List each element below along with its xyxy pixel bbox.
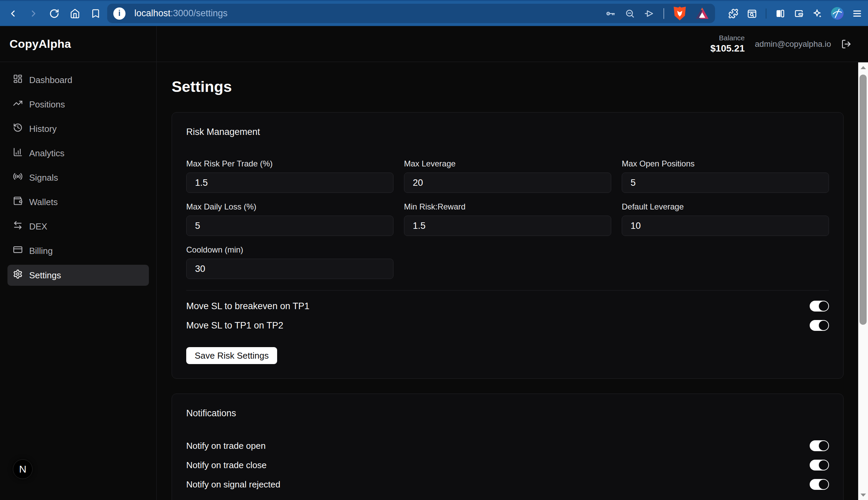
sidebar-item-label: Settings [29,270,61,281]
toolbar-divider [766,9,767,19]
back-icon[interactable] [8,9,18,19]
brave-shield-icon[interactable] [673,7,686,21]
reload-icon[interactable] [49,9,59,19]
sidebar-item-positions[interactable]: Positions [8,94,149,115]
site-info-icon[interactable]: i [113,8,125,20]
address-bar[interactable]: i localhost:3000/settings [107,4,715,23]
card-heading: Risk Management [186,127,829,137]
history-icon [13,123,23,135]
card-heading: Notifications [186,408,829,419]
sidebar-item-label: Wallets [29,197,58,207]
notifications-card: Notifications Notify on trade open Notif… [171,394,844,500]
sidebar-item-label: DEX [29,221,47,232]
radio-icon [13,171,23,184]
save-risk-settings-button[interactable]: Save Risk Settings [186,347,277,364]
max-daily-loss-input[interactable] [186,216,393,236]
field-min-risk-reward: Min Risk:Reward [404,202,611,236]
bat-rewards-icon[interactable] [695,7,709,20]
sidebar-item-label: Signals [29,172,58,183]
browser-wallet-icon[interactable] [794,9,804,19]
key-icon[interactable] [605,9,616,19]
bar-chart-icon [13,147,23,159]
field-max-risk-per-trade: Max Risk Per Trade (%) [186,159,393,193]
search-window-icon[interactable] [747,9,757,19]
profile-avatar[interactable] [831,7,844,20]
toggle-row-notify-rejected: Notify on signal rejected [186,479,829,490]
sidebar-item-dashboard[interactable]: Dashboard [8,69,149,91]
wallet-icon [13,196,23,208]
toolbar-extensions [728,7,862,20]
toggle-row-tp1-tp2: Move SL to TP1 on TP2 [186,320,829,331]
risk-management-card: Risk Management Max Risk Per Trade (%) M… [171,112,844,379]
sidebar: CopyAlpha Dashboard Positions History An… [0,26,157,500]
brand-logo: CopyAlpha [0,26,156,62]
sidebar-item-analytics[interactable]: Analytics [8,143,149,164]
move-sl-tp1-toggle[interactable] [810,320,829,331]
main-area: Balance $105.21 admin@copyalpha.io Setti… [157,26,868,500]
dashboard-icon [13,74,23,86]
sidebar-item-label: Billing [29,246,53,256]
trending-up-icon [13,98,23,111]
nextjs-dev-badge[interactable]: N [13,459,33,479]
sidebar-item-label: Dashboard [29,75,72,86]
sidebar-item-billing[interactable]: Billing [8,240,149,261]
sidebar-item-history[interactable]: History [8,118,149,139]
app-root: CopyAlpha Dashboard Positions History An… [0,26,868,500]
leo-ai-sparkles-icon[interactable] [812,9,823,19]
max-risk-per-trade-input[interactable] [186,172,393,193]
swap-arrows-icon [13,220,23,232]
toggle-row-notify-open: Notify on trade open [186,440,829,451]
default-leverage-input[interactable] [622,216,829,236]
extensions-puzzle-icon[interactable] [728,9,738,19]
card-divider [186,290,829,291]
sidebar-item-settings[interactable]: Settings [8,265,149,286]
toggle-row-notify-close: Notify on trade close [186,460,829,470]
zoom-out-icon[interactable] [625,9,635,19]
send-icon[interactable] [644,9,654,19]
bookmark-icon[interactable] [91,9,101,19]
scroll-down-arrow[interactable] [858,490,868,499]
notify-signal-rejected-toggle[interactable] [810,479,829,490]
toggle-row-breakeven-tp1: Move SL to breakeven on TP1 [186,301,829,311]
menu-icon[interactable] [852,9,862,19]
credit-card-icon [13,245,23,257]
move-sl-breakeven-toggle[interactable] [810,301,829,311]
balance-value: $105.21 [710,43,745,54]
logout-icon[interactable] [841,39,852,49]
gear-icon [13,269,23,281]
field-default-leverage: Default Leverage [622,202,829,236]
sidebar-item-wallets[interactable]: Wallets [8,192,149,213]
scrollbar-thumb[interactable] [859,75,867,325]
sidebar-item-dex[interactable]: DEX [8,216,149,237]
sidebar-item-label: Positions [29,99,65,110]
balance-block: Balance $105.21 [710,34,745,54]
browser-window: i localhost:3000/settings [0,0,868,500]
field-max-daily-loss: Max Daily Loss (%) [186,202,393,236]
forward-icon[interactable] [29,9,39,19]
page-content: Settings Risk Management Max Risk Per Tr… [157,62,868,500]
toolbar-nav-buttons [6,9,101,19]
notify-trade-open-toggle[interactable] [810,440,829,451]
browser-toolbar: i localhost:3000/settings [0,0,868,26]
balance-label: Balance [710,34,745,42]
home-icon[interactable] [70,9,80,19]
url-text: localhost:3000/settings [134,8,227,19]
scroll-up-arrow[interactable] [858,63,868,72]
sidebar-item-label: History [29,124,57,134]
scrollbar[interactable] [858,62,868,500]
max-leverage-input[interactable] [404,172,611,193]
field-cooldown: Cooldown (min) [186,245,393,279]
sidebar-nav: Dashboard Positions History Analytics Si… [0,62,156,297]
sidebar-item-signals[interactable]: Signals [8,167,149,188]
notify-trade-close-toggle[interactable] [810,460,829,470]
cooldown-input[interactable] [186,259,393,279]
max-open-positions-input[interactable] [622,172,829,193]
address-bar-divider [664,8,664,19]
min-risk-reward-input[interactable] [404,216,611,236]
user-email: admin@copyalpha.io [755,39,831,49]
app-header: Balance $105.21 admin@copyalpha.io [157,26,868,62]
field-max-leverage: Max Leverage [404,159,611,193]
risk-fields-grid: Max Risk Per Trade (%) Max Leverage Max … [186,159,829,279]
side-panel-icon[interactable] [775,9,785,19]
field-max-open-positions: Max Open Positions [622,159,829,193]
